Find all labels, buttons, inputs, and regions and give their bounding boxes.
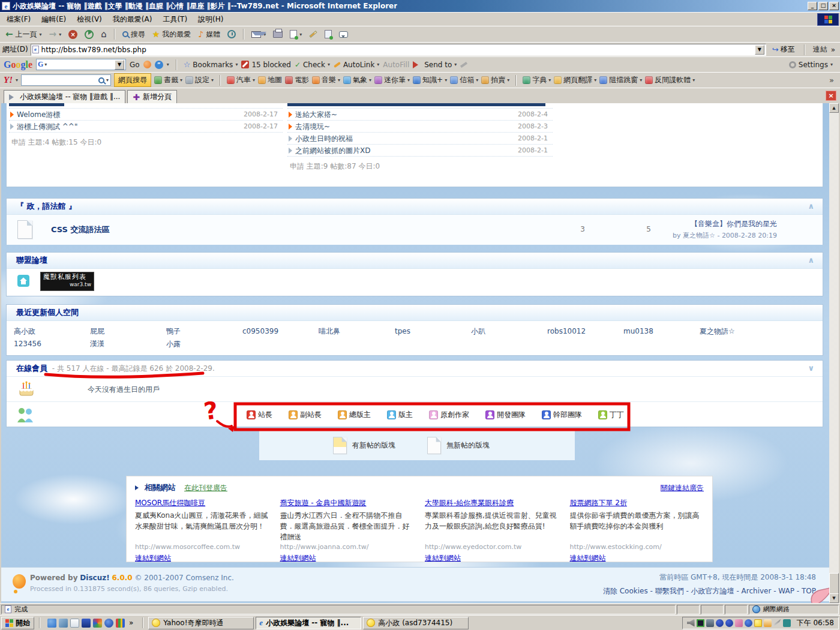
yahoo-auction-button[interactable]: 拍賣▾ [481, 75, 509, 85]
google-search-input[interactable]: G▾ ▼ [36, 59, 126, 70]
messenger-button[interactable] [336, 30, 351, 39]
yahoo-weather-button[interactable]: 氣象▾ [343, 75, 371, 85]
edit-button[interactable] [306, 32, 320, 37]
forum-link[interactable]: CSS 交流語法區 [51, 224, 109, 235]
task-yahoo-messenger[interactable]: Yahoo!奇摩即時通 [148, 617, 254, 629]
section-title[interactable]: 聯盟論壇 [16, 256, 47, 265]
ad-visit-link[interactable]: 連結到網站 [425, 554, 461, 562]
comsenz-link[interactable]: © 2001-2007 Comsenz Inc. [135, 574, 234, 582]
google-autolink-button[interactable]: AutoLink▾ [334, 61, 379, 69]
alliance-banner[interactable]: 魔獸私服列表 war3.tw [40, 272, 94, 291]
messenger-a-icon[interactable] [716, 619, 724, 627]
close-button[interactable]: × [829, 2, 839, 10]
media-button[interactable]: ♪媒體 [195, 28, 223, 41]
mail-button[interactable]: ▾ [248, 30, 269, 39]
ad-title-link[interactable]: 大學眼科-給你專業眼科診療 [425, 498, 514, 508]
yahoo-movies-button[interactable]: 電影 [285, 75, 309, 85]
back-button[interactable]: ←上一頁▾ [2, 28, 45, 41]
section-title[interactable]: 在線會員 [16, 364, 47, 373]
dropdown-icon[interactable]: ▾ [106, 77, 109, 83]
blue-arrow-icon[interactable] [745, 619, 752, 627]
quicktime-icon[interactable] [104, 619, 113, 628]
collapse-icon[interactable]: ∧ [808, 253, 814, 268]
yahoo-web-search-button[interactable]: 網頁搜尋 [114, 73, 151, 87]
user-link[interactable]: 高小政 [14, 325, 90, 338]
yahoo-popup-blocker-button[interactable]: 阻擋跳窗▾ [599, 75, 642, 85]
google-go-button[interactable]: Go [130, 61, 140, 69]
print-button[interactable] [270, 29, 286, 39]
home-button[interactable]: ⌂ [98, 29, 110, 40]
msn-explorer-icon[interactable] [59, 619, 68, 628]
picasa-icon[interactable] [116, 619, 125, 628]
yahoo-music-button[interactable]: 音樂▾ [312, 75, 340, 85]
yahoo-settings-button[interactable]: 設定▾ [185, 75, 214, 85]
task-chat-window[interactable]: 高小政 (asd7374415) [363, 617, 469, 629]
menu-tools[interactable]: 工具(T) [157, 13, 193, 26]
ad-title-link[interactable]: 喬安旅遊 - 金典中國新遊蹤 [280, 498, 367, 508]
yahoo-mail-button[interactable]: 信箱▾ [450, 75, 478, 85]
menu-file[interactable]: 檔案(F) [1, 13, 36, 26]
mail-notify-icon[interactable] [764, 619, 772, 627]
google-sendto-button[interactable]: Send to▾ [413, 61, 457, 69]
user-link[interactable]: robs10012 [547, 325, 623, 338]
compose-page-icon[interactable] [70, 619, 79, 628]
section-title[interactable]: 最近更新個人空間 [16, 308, 79, 317]
yahoo-messenger-tray-icon[interactable] [754, 619, 762, 627]
user-link[interactable]: 小露 [166, 338, 242, 350]
quicklaunch-overflow-chevron[interactable]: » [127, 619, 135, 627]
ad-visit-link[interactable]: 連結到網站 [570, 554, 606, 562]
start-button[interactable]: 開始 [1, 617, 34, 629]
vertical-scrollbar[interactable]: ▲ ▼ [829, 103, 839, 603]
pink-app-icon[interactable] [735, 619, 743, 627]
discuz-link[interactable]: Discuz! [80, 574, 109, 582]
links-button[interactable]: 連結» [811, 44, 838, 55]
yahoo-maps-button[interactable]: 地圖 [258, 75, 282, 85]
thread-link[interactable]: 去清境玩~ [295, 122, 330, 131]
ime-language-icon[interactable] [783, 619, 791, 627]
user-link[interactable]: 屁屁 [90, 325, 166, 338]
yahoo-search-input[interactable]: ▾ [21, 74, 111, 86]
yahoo-cars-button[interactable]: 汽車▾ [227, 75, 255, 85]
ad-title-link[interactable]: 股票網路下單 2折 [570, 498, 627, 508]
dropdown-icon[interactable]: ▾ [167, 62, 169, 67]
user-link[interactable]: 夏之物語☆ [700, 325, 776, 338]
discuss-button[interactable] [322, 29, 335, 40]
yahoo-translate-button[interactable]: 網頁翻譯▾ [554, 75, 596, 85]
info-icon[interactable] [725, 619, 733, 627]
google-spellcheck-button[interactable]: ✓Check▾ [295, 61, 330, 69]
yahoo-antispyware-button[interactable]: 反間諜軟體▾ [645, 75, 695, 85]
thread-link[interactable]: 小政生日時的祝福 [295, 134, 353, 143]
antivirus-icon[interactable] [82, 619, 91, 628]
yahoo-notepad-button[interactable]: 迷你筆▾ [374, 75, 410, 85]
history-button[interactable] [224, 29, 239, 40]
pen-input-icon[interactable] [773, 619, 781, 627]
last-post-title[interactable]: 【音樂盒】你們是我的星光 [673, 219, 777, 229]
favorites-button[interactable]: ★我的最愛 [149, 28, 194, 41]
yahoo-dictionary-button[interactable]: 字典▾ [523, 75, 551, 85]
yahoo-knowledge-button[interactable]: 知識+▾ [413, 75, 447, 85]
thread-link[interactable]: 游標上傳測試 ^^" [17, 122, 77, 131]
user-link[interactable]: c0950399 [242, 325, 319, 338]
thread-link[interactable]: 送給大家搭~ [295, 110, 337, 119]
menu-edit[interactable]: 編輯(E) [36, 13, 71, 26]
user-link[interactable]: 鴨子 [166, 325, 242, 338]
menu-view[interactable]: 檢視(V) [71, 13, 107, 26]
scroll-up-button[interactable]: ▲ [829, 103, 839, 113]
tab-forum[interactable]: 小政娛樂論壇 -- 寵物 ‖遊戲 ‖... [4, 90, 125, 103]
wireless-signal-icon[interactable] [697, 619, 704, 627]
home-link-icon[interactable] [17, 275, 29, 289]
user-link[interactable]: 漢漢 [90, 338, 166, 350]
search-button[interactable]: 搜尋 [119, 28, 148, 41]
ad-visit-link[interactable]: 連結到網站 [135, 554, 171, 562]
volume-icon[interactable] [687, 619, 695, 627]
taskbar-clock[interactable]: 下午 06:58 [793, 618, 834, 628]
google-bookmarks-button[interactable]: ☆Bookmarks▾ [184, 60, 238, 69]
network-icon[interactable] [706, 619, 714, 627]
google-search-dropdown-button[interactable]: ▼ [115, 60, 124, 70]
new-tab-button[interactable]: ✚新增分頁 [127, 90, 177, 103]
publish-ad-link[interactable]: 在此刊登廣告 [184, 483, 227, 493]
maximize-button[interactable]: □ [818, 2, 828, 10]
address-dropdown-button[interactable]: ▼ [755, 45, 764, 55]
user-link[interactable]: 123456 [14, 338, 90, 350]
keyword-ads-link[interactable]: 關鍵連結廣告 [661, 483, 704, 493]
